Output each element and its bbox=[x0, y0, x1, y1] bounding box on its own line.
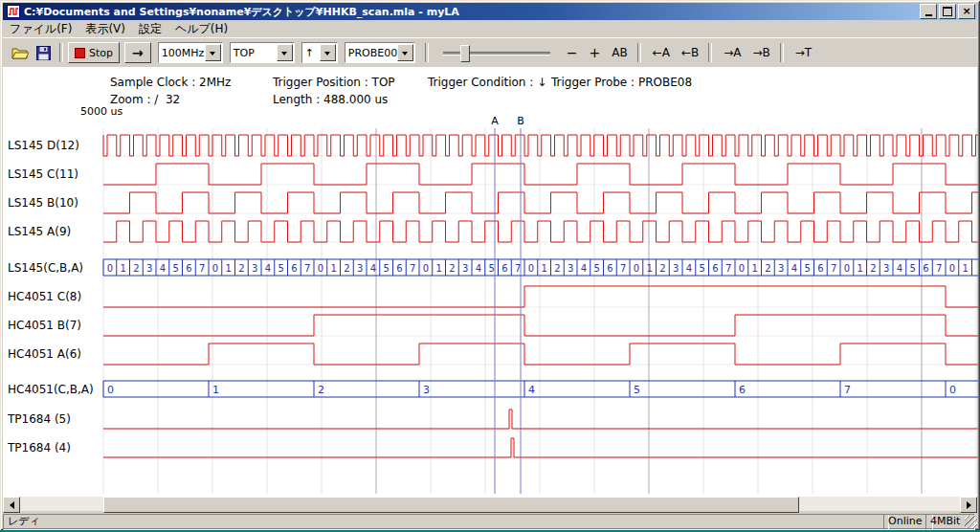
sample-clock-info: Sample Clock : 2MHz bbox=[110, 76, 231, 89]
bus-value: 2 bbox=[765, 263, 770, 274]
jump-a-left-button[interactable]: ←A bbox=[648, 42, 675, 63]
bus-value: 0 bbox=[528, 263, 534, 274]
bus-value: 5 bbox=[278, 263, 283, 274]
zoom-info: Zoom : / 32 bbox=[110, 93, 180, 106]
bus-value: 7 bbox=[831, 263, 836, 274]
run-button[interactable]: → bbox=[124, 42, 151, 63]
open-button[interactable] bbox=[9, 42, 32, 63]
trigger-probe-select[interactable]: PROBE00 bbox=[345, 42, 415, 63]
bus-value: 4 bbox=[160, 263, 166, 274]
maximize-icon bbox=[943, 7, 952, 16]
bus-value: 3 bbox=[778, 263, 784, 274]
clock-select[interactable]: 100MHz bbox=[158, 42, 223, 63]
zoom-slider[interactable] bbox=[443, 43, 550, 62]
menubar: ファイル(F)表示(V)設定ヘルプ(H) bbox=[3, 21, 977, 37]
bus-value: 2 bbox=[870, 263, 876, 274]
bus-value: 0 bbox=[423, 263, 429, 274]
bus-value: 0 bbox=[949, 263, 955, 274]
jump-b-left-button[interactable]: ←B bbox=[677, 42, 703, 63]
bus-value: 1 bbox=[541, 263, 546, 274]
bus-value: 6 bbox=[396, 263, 402, 274]
chevron-down-icon[interactable] bbox=[397, 44, 413, 61]
zoom-slider-track bbox=[443, 52, 550, 55]
bus-value: 2 bbox=[344, 263, 349, 274]
trigger-position-select-value: TOP bbox=[231, 47, 277, 59]
bus-value: 1 bbox=[120, 263, 125, 274]
app-icon[interactable] bbox=[7, 5, 20, 18]
trigger-edge-select-value: ↑ bbox=[302, 47, 320, 59]
zoom-ab-button[interactable]: AB bbox=[607, 42, 632, 63]
bus-value: 3 bbox=[462, 263, 468, 274]
chevron-down-icon[interactable] bbox=[205, 44, 221, 61]
toolbar-separator bbox=[425, 43, 429, 62]
bus-value: 2 bbox=[449, 263, 455, 274]
zoom-in-button[interactable]: + bbox=[584, 42, 605, 63]
bus-value: 1 bbox=[212, 384, 219, 396]
clock-select-value: 100MHz bbox=[159, 47, 205, 59]
waveform-ls145-b10 bbox=[103, 192, 978, 213]
bus-value: 1 bbox=[857, 263, 862, 274]
bus-value: 5 bbox=[699, 263, 704, 274]
trigger-position-info: Trigger Position : TOP bbox=[273, 76, 395, 89]
scrollbar-thumb[interactable] bbox=[103, 497, 799, 513]
menu-item-settings[interactable]: 設定 bbox=[132, 20, 168, 38]
chevron-down-icon[interactable] bbox=[320, 44, 336, 61]
resize-grip[interactable] bbox=[965, 516, 977, 528]
bus-value: 0 bbox=[739, 263, 745, 274]
chevron-down-icon[interactable] bbox=[277, 44, 293, 61]
bus-value: 4 bbox=[686, 263, 692, 274]
jump-a-right-button[interactable]: →A bbox=[719, 42, 746, 63]
toolbar-separator bbox=[637, 43, 641, 62]
scroll-right-icon bbox=[967, 501, 975, 509]
bus-value: 5 bbox=[804, 263, 810, 274]
close-button[interactable]: × bbox=[958, 4, 975, 19]
stop-button[interactable]: Stop bbox=[68, 42, 120, 63]
jump-b-right-button[interactable]: →B bbox=[748, 42, 775, 63]
titlebar: C:¥Documents and Settings¥noname¥デスクトップ¥… bbox=[3, 3, 977, 20]
bus-value: 0 bbox=[634, 263, 639, 274]
cursor-a-label: A bbox=[491, 115, 499, 127]
bus-value: 6 bbox=[186, 263, 191, 274]
save-floppy-icon bbox=[36, 46, 51, 60]
jump-trigger-button[interactable]: →T bbox=[791, 42, 816, 63]
maximize-button[interactable] bbox=[939, 4, 956, 19]
zoom-out-button[interactable]: − bbox=[562, 42, 583, 63]
open-folder-icon bbox=[11, 46, 29, 59]
waveform-hc4051-b7 bbox=[103, 315, 978, 336]
scroll-left-button[interactable] bbox=[3, 497, 20, 513]
bus-value: 7 bbox=[844, 384, 851, 396]
save-button[interactable] bbox=[32, 42, 55, 63]
menu-item-view[interactable]: 表示(V) bbox=[78, 20, 132, 38]
bus-value: 1 bbox=[330, 263, 336, 274]
waveform-ls145-d12 bbox=[103, 135, 978, 156]
toolbar: Stop → 100MHz TOP ↑ PROBE00 − + AB ←A ←B bbox=[3, 37, 977, 68]
bus-value: 2 bbox=[133, 263, 139, 274]
bus-value: 0 bbox=[107, 384, 114, 396]
bus-value: 1 bbox=[751, 263, 757, 274]
bus-value: 6 bbox=[817, 263, 823, 274]
bus-value: 7 bbox=[410, 263, 415, 274]
bus-value: 1 bbox=[646, 263, 652, 274]
trigger-position-select[interactable]: TOP bbox=[230, 42, 295, 63]
menu-item-file[interactable]: ファイル(F) bbox=[3, 20, 78, 38]
bus-value: 7 bbox=[725, 263, 731, 274]
bus-value: 2 bbox=[554, 263, 560, 274]
bus-value: 0 bbox=[107, 263, 113, 274]
statusbar: レディ Online 4MBit bbox=[3, 514, 977, 528]
close-icon: × bbox=[962, 7, 970, 16]
bus-value: 7 bbox=[304, 263, 310, 274]
waveform-ls145-c11 bbox=[103, 164, 978, 185]
menu-item-help[interactable]: ヘルプ(H) bbox=[168, 20, 234, 38]
minimize-icon bbox=[925, 14, 932, 16]
bus-value: 2 bbox=[238, 263, 244, 274]
horizontal-scrollbar[interactable] bbox=[3, 497, 977, 511]
trigger-condition-info: Trigger Condition : ↓ bbox=[428, 76, 546, 89]
zoom-slider-thumb[interactable] bbox=[460, 45, 470, 62]
waveform-display[interactable]: 0123456701234567012345670123456701234567… bbox=[0, 115, 980, 496]
trigger-edge-select[interactable]: ↑ bbox=[301, 42, 338, 63]
scroll-right-button[interactable] bbox=[960, 497, 977, 513]
minimize-button[interactable] bbox=[920, 4, 937, 19]
bus-value: 0 bbox=[212, 263, 218, 274]
bus-value: 7 bbox=[515, 263, 521, 274]
bus-value: 7 bbox=[620, 263, 626, 274]
